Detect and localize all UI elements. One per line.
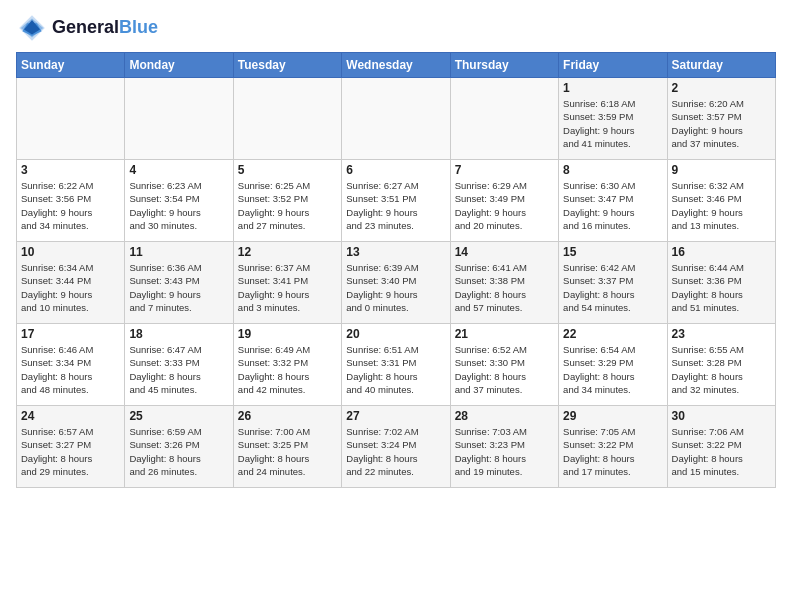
calendar-day-cell: 11Sunrise: 6:36 AM Sunset: 3:43 PM Dayli… [125, 242, 233, 324]
calendar-day-cell: 8Sunrise: 6:30 AM Sunset: 3:47 PM Daylig… [559, 160, 667, 242]
calendar-day-cell [450, 78, 558, 160]
calendar-day-cell: 4Sunrise: 6:23 AM Sunset: 3:54 PM Daylig… [125, 160, 233, 242]
logo: GeneralBlue [16, 12, 158, 44]
col-sunday: Sunday [17, 53, 125, 78]
calendar-day-cell: 1Sunrise: 6:18 AM Sunset: 3:59 PM Daylig… [559, 78, 667, 160]
calendar-day-cell: 30Sunrise: 7:06 AM Sunset: 3:22 PM Dayli… [667, 406, 775, 488]
day-number: 25 [129, 409, 228, 423]
page: GeneralBlue Sunday Monday Tuesday Wednes… [0, 0, 792, 612]
calendar-day-cell: 27Sunrise: 7:02 AM Sunset: 3:24 PM Dayli… [342, 406, 450, 488]
day-number: 22 [563, 327, 662, 341]
day-info: Sunrise: 6:42 AM Sunset: 3:37 PM Dayligh… [563, 261, 662, 314]
day-number: 2 [672, 81, 771, 95]
calendar-day-cell: 9Sunrise: 6:32 AM Sunset: 3:46 PM Daylig… [667, 160, 775, 242]
day-info: Sunrise: 6:52 AM Sunset: 3:30 PM Dayligh… [455, 343, 554, 396]
day-info: Sunrise: 6:54 AM Sunset: 3:29 PM Dayligh… [563, 343, 662, 396]
day-number: 10 [21, 245, 120, 259]
day-info: Sunrise: 6:25 AM Sunset: 3:52 PM Dayligh… [238, 179, 337, 232]
day-number: 5 [238, 163, 337, 177]
calendar-day-cell: 22Sunrise: 6:54 AM Sunset: 3:29 PM Dayli… [559, 324, 667, 406]
calendar-day-cell: 18Sunrise: 6:47 AM Sunset: 3:33 PM Dayli… [125, 324, 233, 406]
day-info: Sunrise: 6:44 AM Sunset: 3:36 PM Dayligh… [672, 261, 771, 314]
day-info: Sunrise: 6:36 AM Sunset: 3:43 PM Dayligh… [129, 261, 228, 314]
day-info: Sunrise: 7:00 AM Sunset: 3:25 PM Dayligh… [238, 425, 337, 478]
day-info: Sunrise: 6:49 AM Sunset: 3:32 PM Dayligh… [238, 343, 337, 396]
header: GeneralBlue [16, 12, 776, 44]
day-info: Sunrise: 6:27 AM Sunset: 3:51 PM Dayligh… [346, 179, 445, 232]
logo-blue-text: Blue [119, 17, 158, 37]
day-number: 1 [563, 81, 662, 95]
day-number: 19 [238, 327, 337, 341]
day-number: 16 [672, 245, 771, 259]
day-info: Sunrise: 7:02 AM Sunset: 3:24 PM Dayligh… [346, 425, 445, 478]
calendar-day-cell: 3Sunrise: 6:22 AM Sunset: 3:56 PM Daylig… [17, 160, 125, 242]
day-number: 9 [672, 163, 771, 177]
day-number: 3 [21, 163, 120, 177]
day-number: 4 [129, 163, 228, 177]
day-info: Sunrise: 6:57 AM Sunset: 3:27 PM Dayligh… [21, 425, 120, 478]
calendar-day-cell: 12Sunrise: 6:37 AM Sunset: 3:41 PM Dayli… [233, 242, 341, 324]
day-info: Sunrise: 7:06 AM Sunset: 3:22 PM Dayligh… [672, 425, 771, 478]
calendar-day-cell: 15Sunrise: 6:42 AM Sunset: 3:37 PM Dayli… [559, 242, 667, 324]
day-info: Sunrise: 6:59 AM Sunset: 3:26 PM Dayligh… [129, 425, 228, 478]
col-tuesday: Tuesday [233, 53, 341, 78]
calendar-day-cell [125, 78, 233, 160]
day-info: Sunrise: 6:55 AM Sunset: 3:28 PM Dayligh… [672, 343, 771, 396]
day-info: Sunrise: 7:05 AM Sunset: 3:22 PM Dayligh… [563, 425, 662, 478]
day-number: 27 [346, 409, 445, 423]
calendar-day-cell: 23Sunrise: 6:55 AM Sunset: 3:28 PM Dayli… [667, 324, 775, 406]
calendar-day-cell: 25Sunrise: 6:59 AM Sunset: 3:26 PM Dayli… [125, 406, 233, 488]
day-info: Sunrise: 6:39 AM Sunset: 3:40 PM Dayligh… [346, 261, 445, 314]
day-number: 12 [238, 245, 337, 259]
day-number: 23 [672, 327, 771, 341]
calendar-day-cell: 26Sunrise: 7:00 AM Sunset: 3:25 PM Dayli… [233, 406, 341, 488]
day-number: 28 [455, 409, 554, 423]
day-info: Sunrise: 6:20 AM Sunset: 3:57 PM Dayligh… [672, 97, 771, 150]
calendar-day-cell: 5Sunrise: 6:25 AM Sunset: 3:52 PM Daylig… [233, 160, 341, 242]
calendar-week-row: 3Sunrise: 6:22 AM Sunset: 3:56 PM Daylig… [17, 160, 776, 242]
day-info: Sunrise: 6:29 AM Sunset: 3:49 PM Dayligh… [455, 179, 554, 232]
day-info: Sunrise: 7:03 AM Sunset: 3:23 PM Dayligh… [455, 425, 554, 478]
day-info: Sunrise: 6:34 AM Sunset: 3:44 PM Dayligh… [21, 261, 120, 314]
day-number: 20 [346, 327, 445, 341]
day-number: 15 [563, 245, 662, 259]
calendar-day-cell: 17Sunrise: 6:46 AM Sunset: 3:34 PM Dayli… [17, 324, 125, 406]
day-info: Sunrise: 6:22 AM Sunset: 3:56 PM Dayligh… [21, 179, 120, 232]
calendar-day-cell: 24Sunrise: 6:57 AM Sunset: 3:27 PM Dayli… [17, 406, 125, 488]
calendar-header-row: Sunday Monday Tuesday Wednesday Thursday… [17, 53, 776, 78]
calendar-table: Sunday Monday Tuesday Wednesday Thursday… [16, 52, 776, 488]
col-friday: Friday [559, 53, 667, 78]
calendar-day-cell: 14Sunrise: 6:41 AM Sunset: 3:38 PM Dayli… [450, 242, 558, 324]
calendar-week-row: 17Sunrise: 6:46 AM Sunset: 3:34 PM Dayli… [17, 324, 776, 406]
day-info: Sunrise: 6:37 AM Sunset: 3:41 PM Dayligh… [238, 261, 337, 314]
calendar-day-cell: 10Sunrise: 6:34 AM Sunset: 3:44 PM Dayli… [17, 242, 125, 324]
day-number: 30 [672, 409, 771, 423]
calendar-day-cell: 28Sunrise: 7:03 AM Sunset: 3:23 PM Dayli… [450, 406, 558, 488]
day-number: 18 [129, 327, 228, 341]
day-number: 6 [346, 163, 445, 177]
calendar-day-cell [233, 78, 341, 160]
calendar-day-cell: 2Sunrise: 6:20 AM Sunset: 3:57 PM Daylig… [667, 78, 775, 160]
col-saturday: Saturday [667, 53, 775, 78]
day-number: 14 [455, 245, 554, 259]
day-info: Sunrise: 6:32 AM Sunset: 3:46 PM Dayligh… [672, 179, 771, 232]
calendar-day-cell: 21Sunrise: 6:52 AM Sunset: 3:30 PM Dayli… [450, 324, 558, 406]
col-monday: Monday [125, 53, 233, 78]
day-number: 29 [563, 409, 662, 423]
calendar-day-cell: 19Sunrise: 6:49 AM Sunset: 3:32 PM Dayli… [233, 324, 341, 406]
calendar-day-cell: 16Sunrise: 6:44 AM Sunset: 3:36 PM Dayli… [667, 242, 775, 324]
calendar-week-row: 1Sunrise: 6:18 AM Sunset: 3:59 PM Daylig… [17, 78, 776, 160]
col-wednesday: Wednesday [342, 53, 450, 78]
calendar-day-cell [17, 78, 125, 160]
day-info: Sunrise: 6:30 AM Sunset: 3:47 PM Dayligh… [563, 179, 662, 232]
calendar-day-cell: 20Sunrise: 6:51 AM Sunset: 3:31 PM Dayli… [342, 324, 450, 406]
day-info: Sunrise: 6:23 AM Sunset: 3:54 PM Dayligh… [129, 179, 228, 232]
calendar-week-row: 24Sunrise: 6:57 AM Sunset: 3:27 PM Dayli… [17, 406, 776, 488]
day-number: 24 [21, 409, 120, 423]
logo-icon [16, 12, 48, 44]
calendar-week-row: 10Sunrise: 6:34 AM Sunset: 3:44 PM Dayli… [17, 242, 776, 324]
logo-text: GeneralBlue [52, 18, 158, 38]
day-number: 8 [563, 163, 662, 177]
calendar-day-cell: 13Sunrise: 6:39 AM Sunset: 3:40 PM Dayli… [342, 242, 450, 324]
calendar-day-cell: 7Sunrise: 6:29 AM Sunset: 3:49 PM Daylig… [450, 160, 558, 242]
